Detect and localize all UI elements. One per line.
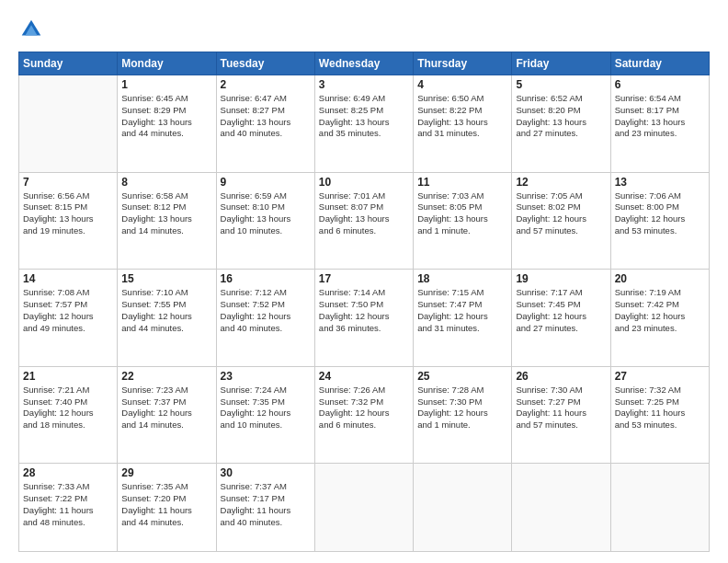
header xyxy=(18,17,710,42)
calendar-cell xyxy=(19,75,118,173)
day-info: Sunrise: 7:08 AM Sunset: 7:57 PM Dayligh… xyxy=(23,287,113,334)
day-info: Sunrise: 7:33 AM Sunset: 7:22 PM Dayligh… xyxy=(23,481,113,528)
day-number: 22 xyxy=(121,370,211,383)
day-number: 29 xyxy=(121,466,211,479)
day-info: Sunrise: 6:54 AM Sunset: 8:17 PM Dayligh… xyxy=(615,93,705,140)
day-number: 28 xyxy=(23,466,113,479)
day-number: 19 xyxy=(516,272,606,285)
page: SundayMondayTuesdayWednesdayThursdayFrid… xyxy=(0,0,728,563)
day-info: Sunrise: 7:26 AM Sunset: 7:32 PM Dayligh… xyxy=(319,385,409,431)
logo xyxy=(18,17,48,42)
day-number: 23 xyxy=(221,370,311,383)
calendar-cell: 19Sunrise: 7:17 AM Sunset: 7:45 PM Dayli… xyxy=(512,270,610,367)
calendar-cell xyxy=(414,464,512,552)
day-info: Sunrise: 7:37 AM Sunset: 7:17 PM Dayligh… xyxy=(221,481,311,528)
day-info: Sunrise: 6:56 AM Sunset: 8:15 PM Dayligh… xyxy=(23,190,113,237)
weekday-header: Tuesday xyxy=(216,52,314,75)
weekday-header: Saturday xyxy=(610,52,709,75)
day-info: Sunrise: 6:59 AM Sunset: 8:10 PM Dayligh… xyxy=(221,190,311,237)
calendar-cell xyxy=(314,464,413,552)
day-number: 7 xyxy=(23,176,113,189)
day-number: 5 xyxy=(516,78,606,91)
calendar-cell xyxy=(610,464,709,552)
weekday-row: SundayMondayTuesdayWednesdayThursdayFrid… xyxy=(19,52,710,75)
calendar-cell: 8Sunrise: 6:58 AM Sunset: 8:12 PM Daylig… xyxy=(118,172,216,270)
calendar-cell: 22Sunrise: 7:23 AM Sunset: 7:37 PM Dayli… xyxy=(118,366,216,464)
calendar-cell: 6Sunrise: 6:54 AM Sunset: 8:17 PM Daylig… xyxy=(610,75,709,173)
calendar-cell xyxy=(512,464,610,552)
day-info: Sunrise: 6:45 AM Sunset: 8:29 PM Dayligh… xyxy=(121,93,211,140)
weekday-header: Thursday xyxy=(414,52,512,75)
day-number: 2 xyxy=(221,78,311,91)
day-number: 30 xyxy=(221,466,311,479)
day-number: 12 xyxy=(516,176,606,189)
weekday-header: Friday xyxy=(512,52,610,75)
calendar-body: 1Sunrise: 6:45 AM Sunset: 8:29 PM Daylig… xyxy=(19,75,710,552)
day-info: Sunrise: 7:10 AM Sunset: 7:55 PM Dayligh… xyxy=(121,287,211,334)
calendar-cell: 26Sunrise: 7:30 AM Sunset: 7:27 PM Dayli… xyxy=(512,366,610,464)
day-number: 4 xyxy=(417,78,507,91)
day-info: Sunrise: 6:58 AM Sunset: 8:12 PM Dayligh… xyxy=(121,190,211,237)
calendar-cell: 3Sunrise: 6:49 AM Sunset: 8:25 PM Daylig… xyxy=(314,75,413,173)
calendar-week-row: 14Sunrise: 7:08 AM Sunset: 7:57 PM Dayli… xyxy=(19,270,710,367)
weekday-header: Wednesday xyxy=(314,52,413,75)
day-info: Sunrise: 7:01 AM Sunset: 8:07 PM Dayligh… xyxy=(319,190,409,237)
day-info: Sunrise: 6:50 AM Sunset: 8:22 PM Dayligh… xyxy=(417,93,507,140)
calendar-week-row: 7Sunrise: 6:56 AM Sunset: 8:15 PM Daylig… xyxy=(19,172,710,270)
day-number: 11 xyxy=(417,176,507,189)
day-number: 20 xyxy=(615,272,705,285)
day-info: Sunrise: 7:30 AM Sunset: 7:27 PM Dayligh… xyxy=(516,385,606,431)
day-number: 8 xyxy=(121,176,211,189)
day-number: 10 xyxy=(319,176,409,189)
calendar-cell: 21Sunrise: 7:21 AM Sunset: 7:40 PM Dayli… xyxy=(19,366,118,464)
logo-icon xyxy=(18,17,44,42)
calendar-week-row: 28Sunrise: 7:33 AM Sunset: 7:22 PM Dayli… xyxy=(19,464,710,552)
day-info: Sunrise: 7:24 AM Sunset: 7:35 PM Dayligh… xyxy=(221,385,311,431)
calendar-cell: 11Sunrise: 7:03 AM Sunset: 8:05 PM Dayli… xyxy=(414,172,512,270)
calendar-cell: 28Sunrise: 7:33 AM Sunset: 7:22 PM Dayli… xyxy=(19,464,118,552)
calendar-cell: 17Sunrise: 7:14 AM Sunset: 7:50 PM Dayli… xyxy=(314,270,413,367)
day-info: Sunrise: 7:17 AM Sunset: 7:45 PM Dayligh… xyxy=(516,287,606,334)
day-info: Sunrise: 7:14 AM Sunset: 7:50 PM Dayligh… xyxy=(319,287,409,334)
calendar-table: SundayMondayTuesdayWednesdayThursdayFrid… xyxy=(18,52,710,552)
day-info: Sunrise: 7:03 AM Sunset: 8:05 PM Dayligh… xyxy=(417,190,507,237)
weekday-header: Monday xyxy=(118,52,216,75)
day-info: Sunrise: 7:32 AM Sunset: 7:25 PM Dayligh… xyxy=(615,385,705,431)
day-info: Sunrise: 7:15 AM Sunset: 7:47 PM Dayligh… xyxy=(417,287,507,334)
calendar-cell: 24Sunrise: 7:26 AM Sunset: 7:32 PM Dayli… xyxy=(314,366,413,464)
calendar-cell: 12Sunrise: 7:05 AM Sunset: 8:02 PM Dayli… xyxy=(512,172,610,270)
day-info: Sunrise: 7:12 AM Sunset: 7:52 PM Dayligh… xyxy=(221,287,311,334)
calendar-cell: 5Sunrise: 6:52 AM Sunset: 8:20 PM Daylig… xyxy=(512,75,610,173)
day-info: Sunrise: 6:52 AM Sunset: 8:20 PM Dayligh… xyxy=(516,93,606,140)
calendar-cell: 16Sunrise: 7:12 AM Sunset: 7:52 PM Dayli… xyxy=(216,270,314,367)
day-number: 14 xyxy=(23,272,113,285)
day-number: 17 xyxy=(319,272,409,285)
day-number: 6 xyxy=(615,78,705,91)
calendar-cell: 25Sunrise: 7:28 AM Sunset: 7:30 PM Dayli… xyxy=(414,366,512,464)
calendar-cell: 10Sunrise: 7:01 AM Sunset: 8:07 PM Dayli… xyxy=(314,172,413,270)
day-info: Sunrise: 7:06 AM Sunset: 8:00 PM Dayligh… xyxy=(615,190,705,237)
day-info: Sunrise: 6:47 AM Sunset: 8:27 PM Dayligh… xyxy=(221,93,311,140)
day-number: 16 xyxy=(221,272,311,285)
calendar-cell: 7Sunrise: 6:56 AM Sunset: 8:15 PM Daylig… xyxy=(19,172,118,270)
day-number: 1 xyxy=(121,78,211,91)
day-info: Sunrise: 7:19 AM Sunset: 7:42 PM Dayligh… xyxy=(615,287,705,334)
day-number: 13 xyxy=(615,176,705,189)
calendar-week-row: 21Sunrise: 7:21 AM Sunset: 7:40 PM Dayli… xyxy=(19,366,710,464)
calendar-cell: 23Sunrise: 7:24 AM Sunset: 7:35 PM Dayli… xyxy=(216,366,314,464)
calendar-cell: 9Sunrise: 6:59 AM Sunset: 8:10 PM Daylig… xyxy=(216,172,314,270)
day-info: Sunrise: 7:23 AM Sunset: 7:37 PM Dayligh… xyxy=(121,385,211,431)
day-info: Sunrise: 7:28 AM Sunset: 7:30 PM Dayligh… xyxy=(417,385,507,431)
calendar-header: SundayMondayTuesdayWednesdayThursdayFrid… xyxy=(19,52,710,75)
day-info: Sunrise: 7:21 AM Sunset: 7:40 PM Dayligh… xyxy=(23,385,113,431)
day-number: 27 xyxy=(615,370,705,383)
day-info: Sunrise: 6:49 AM Sunset: 8:25 PM Dayligh… xyxy=(319,93,409,140)
calendar-cell: 30Sunrise: 7:37 AM Sunset: 7:17 PM Dayli… xyxy=(216,464,314,552)
calendar-cell: 15Sunrise: 7:10 AM Sunset: 7:55 PM Dayli… xyxy=(118,270,216,367)
calendar-cell: 2Sunrise: 6:47 AM Sunset: 8:27 PM Daylig… xyxy=(216,75,314,173)
calendar-cell: 18Sunrise: 7:15 AM Sunset: 7:47 PM Dayli… xyxy=(414,270,512,367)
day-info: Sunrise: 7:05 AM Sunset: 8:02 PM Dayligh… xyxy=(516,190,606,237)
day-number: 9 xyxy=(221,176,311,189)
calendar-week-row: 1Sunrise: 6:45 AM Sunset: 8:29 PM Daylig… xyxy=(19,75,710,173)
day-info: Sunrise: 7:35 AM Sunset: 7:20 PM Dayligh… xyxy=(121,481,211,528)
